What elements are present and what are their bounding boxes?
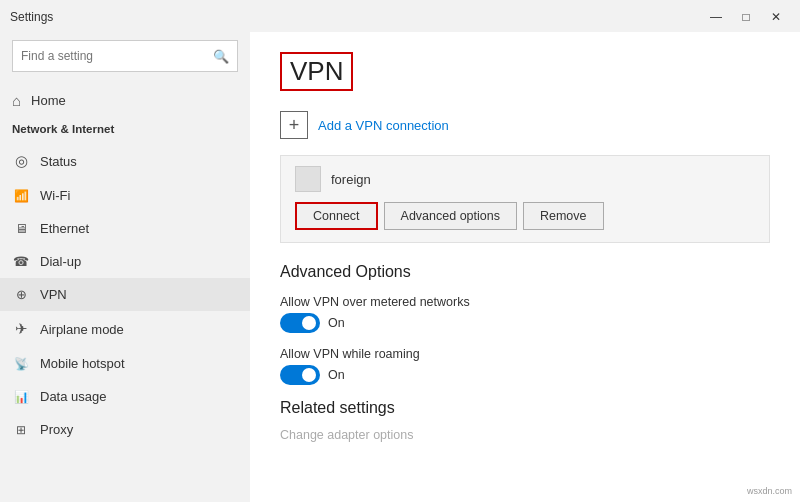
sidebar: 🔍 ⌂ Home Network & Internet ◎ Status 📶 W… — [0, 32, 250, 502]
sidebar-item-proxy[interactable]: ⊞ Proxy — [0, 413, 250, 446]
vpn-card-name: foreign — [331, 172, 371, 187]
advanced-options-section: Advanced Options Allow VPN over metered … — [280, 263, 770, 385]
related-settings-section: Related settings Change adapter options — [280, 399, 770, 443]
sidebar-item-label: Ethernet — [40, 221, 89, 236]
window-controls: — □ ✕ — [702, 7, 790, 27]
watermark: wsxdn.com — [747, 486, 792, 496]
hotspot-icon: 📡 — [12, 357, 30, 371]
toggle-metered-label: Allow VPN over metered networks — [280, 295, 770, 309]
add-vpn-button[interactable]: + Add a VPN connection — [280, 111, 770, 139]
connect-button[interactable]: Connect — [295, 202, 378, 230]
sidebar-item-status[interactable]: ◎ Status — [0, 143, 250, 179]
sidebar-item-label: Status — [40, 154, 77, 169]
search-icon: 🔍 — [213, 49, 229, 64]
home-label: Home — [31, 93, 66, 108]
toggle-roaming-label: Allow VPN while roaming — [280, 347, 770, 361]
toggle-roaming-state: On — [328, 368, 345, 382]
sidebar-section-title: Network & Internet — [0, 117, 250, 143]
sidebar-item-vpn[interactable]: ⊕ VPN — [0, 278, 250, 311]
sidebar-item-label: Data usage — [40, 389, 107, 404]
toggle-row-roaming: Allow VPN while roaming On — [280, 347, 770, 385]
page-title-box: VPN — [280, 52, 353, 91]
sidebar-item-label: VPN — [40, 287, 67, 302]
sidebar-item-label: Airplane mode — [40, 322, 124, 337]
add-vpn-icon: + — [280, 111, 308, 139]
vpn-card: foreign Connect Advanced options Remove — [280, 155, 770, 243]
vpn-card-name-row: foreign — [295, 166, 755, 192]
status-icon: ◎ — [12, 152, 30, 170]
sidebar-item-datausage[interactable]: 📊 Data usage — [0, 380, 250, 413]
app-layout: 🔍 ⌂ Home Network & Internet ◎ Status 📶 W… — [0, 32, 800, 502]
wifi-icon: 📶 — [12, 189, 30, 203]
toggle-metered-state: On — [328, 316, 345, 330]
maximize-button[interactable]: □ — [732, 7, 760, 27]
sidebar-item-label: Wi-Fi — [40, 188, 70, 203]
home-icon: ⌂ — [12, 92, 21, 109]
proxy-icon: ⊞ — [12, 423, 30, 437]
vpn-card-icon — [295, 166, 321, 192]
sidebar-item-dialup[interactable]: ☎ Dial-up — [0, 245, 250, 278]
close-button[interactable]: ✕ — [762, 7, 790, 27]
sidebar-item-home[interactable]: ⌂ Home — [0, 84, 250, 117]
advanced-options-heading: Advanced Options — [280, 263, 770, 281]
search-input[interactable] — [21, 49, 213, 63]
page-title: VPN — [290, 56, 343, 87]
sidebar-item-label: Proxy — [40, 422, 73, 437]
advanced-options-button[interactable]: Advanced options — [384, 202, 517, 230]
add-vpn-label: Add a VPN connection — [318, 118, 449, 133]
sidebar-item-label: Mobile hotspot — [40, 356, 125, 371]
minimize-button[interactable]: — — [702, 7, 730, 27]
app-title: Settings — [10, 10, 53, 24]
main-content: VPN + Add a VPN connection foreign Conne… — [250, 32, 800, 502]
title-bar: Settings — □ ✕ — [0, 0, 800, 32]
change-adapter-options-link[interactable]: Change adapter options — [280, 428, 413, 442]
sidebar-item-label: Dial-up — [40, 254, 81, 269]
sidebar-item-airplane[interactable]: ✈ Airplane mode — [0, 311, 250, 347]
toggle-roaming[interactable] — [280, 365, 320, 385]
ethernet-icon: 🖥 — [12, 221, 30, 236]
toggle-metered-control: On — [280, 313, 770, 333]
dialup-icon: ☎ — [12, 254, 30, 269]
airplane-icon: ✈ — [12, 320, 30, 338]
sidebar-item-ethernet[interactable]: 🖥 Ethernet — [0, 212, 250, 245]
toggle-roaming-control: On — [280, 365, 770, 385]
related-settings-heading: Related settings — [280, 399, 770, 417]
sidebar-item-hotspot[interactable]: 📡 Mobile hotspot — [0, 347, 250, 380]
datausage-icon: 📊 — [12, 390, 30, 404]
vpn-icon: ⊕ — [12, 287, 30, 302]
remove-button[interactable]: Remove — [523, 202, 604, 230]
toggle-metered[interactable] — [280, 313, 320, 333]
vpn-card-buttons: Connect Advanced options Remove — [295, 202, 755, 230]
toggle-row-metered: Allow VPN over metered networks On — [280, 295, 770, 333]
sidebar-item-wifi[interactable]: 📶 Wi-Fi — [0, 179, 250, 212]
search-box[interactable]: 🔍 — [12, 40, 238, 72]
